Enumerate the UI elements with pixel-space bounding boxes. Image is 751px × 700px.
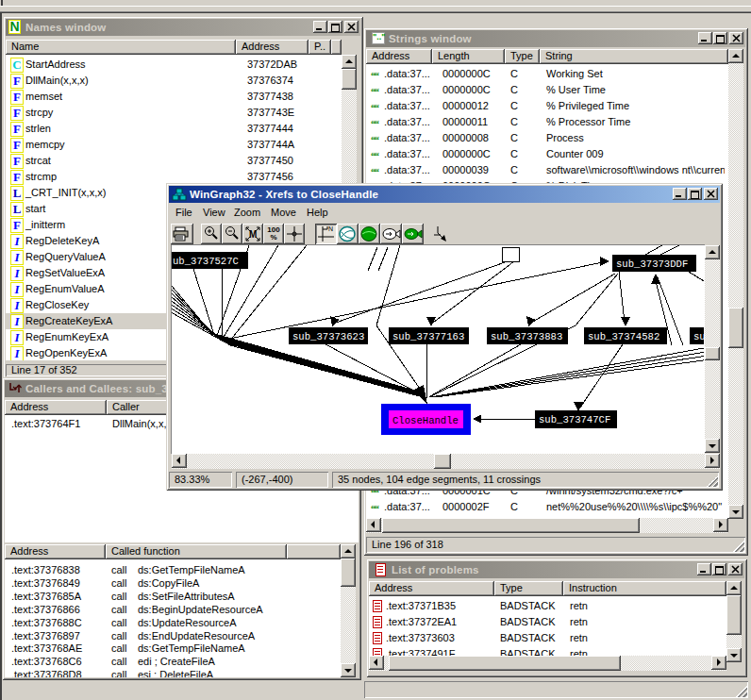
svg-text:sub_37377163: sub_37377163 bbox=[392, 331, 464, 342]
svg-text:sub_37373623: sub_37373623 bbox=[292, 331, 364, 342]
svg-text:sub_37374582: sub_37374582 bbox=[588, 331, 659, 342]
svg-text:ub_3737527C: ub_3737527C bbox=[173, 256, 239, 267]
svg-text:sub_37373DDF: sub_37373DDF bbox=[616, 258, 688, 270]
svg-text:sub_373747CF: sub_373747CF bbox=[539, 414, 610, 425]
svg-text:sub_: sub_ bbox=[693, 331, 704, 342]
svg-text:sub_37373883: sub_37373883 bbox=[491, 331, 562, 342]
svg-text:N: N bbox=[328, 225, 333, 232]
svg-text:CloseHandle: CloseHandle bbox=[392, 415, 459, 426]
